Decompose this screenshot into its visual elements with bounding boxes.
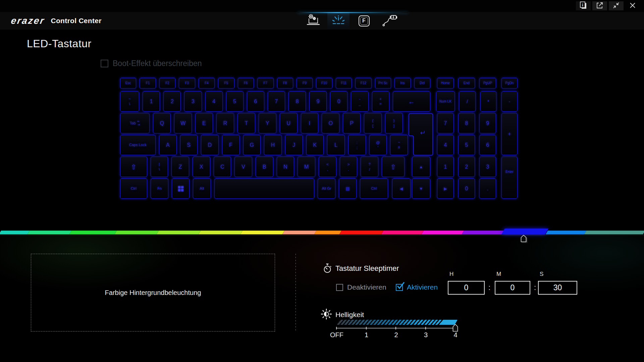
key-2: 2	[458, 157, 475, 177]
key-p: P	[343, 113, 361, 133]
key-r: R	[216, 113, 234, 133]
activate-checkbox[interactable]: Aktivieren	[396, 283, 438, 291]
key-: /	[459, 91, 476, 112]
key-: -	[501, 91, 518, 112]
f-key-icon: F	[359, 15, 370, 26]
key-7: 7	[437, 113, 454, 133]
deactivate-checkbox[interactable]: Deaktivieren	[336, 283, 386, 291]
popout-button[interactable]	[592, 1, 607, 10]
key-alt-gr: Alt Gr	[318, 178, 335, 199]
key-k: K	[306, 135, 324, 155]
brightness-tick-3[interactable]	[425, 327, 426, 329]
hours-label: H	[449, 271, 453, 278]
checkbox-label: Deaktivieren	[347, 283, 386, 291]
time-separator: :	[488, 283, 490, 292]
key-u: U	[280, 113, 298, 133]
key-7: 7	[268, 91, 285, 112]
brightness-slider-handle[interactable]	[452, 324, 458, 333]
color-segment-4[interactable]	[157, 231, 201, 234]
key-5: 5	[226, 91, 244, 112]
color-preview-panel: Farbige Hintergrundbeleuchtung	[31, 254, 275, 331]
brightness-bar[interactable]	[337, 320, 458, 325]
color-segment-11[interactable]	[422, 231, 464, 234]
brand: erazer Control Center	[11, 12, 102, 29]
key-: :;	[348, 135, 366, 155]
key-caps-lock: Caps Lock	[120, 135, 156, 155]
preview-label: Farbige Hintergrundbeleuchtung	[105, 289, 201, 297]
key-: +=	[372, 91, 389, 112]
main-nav: F	[300, 12, 402, 29]
tab-system-settings[interactable]	[302, 12, 324, 29]
key-i: I	[301, 113, 319, 133]
key-: ⇧	[382, 157, 405, 177]
power-cable-icon	[381, 14, 398, 28]
tab-function-keys[interactable]: F	[353, 12, 375, 29]
key-: ▼	[412, 178, 430, 199]
key-: ▶	[437, 178, 454, 199]
laptop-gears-icon	[305, 14, 321, 28]
key-: {[	[364, 113, 382, 133]
color-segment-8[interactable]	[314, 231, 341, 234]
key-ctrl: Ctrl	[120, 178, 147, 199]
color-segment-9[interactable]	[339, 231, 383, 234]
brightness-tick-2[interactable]	[395, 327, 396, 329]
key-ctrl: Ctrl	[360, 178, 388, 199]
section-divider	[296, 254, 296, 331]
seconds-label: S	[540, 271, 543, 278]
checkbox-box	[396, 284, 403, 291]
key-tab: Tab⇤⇥	[120, 113, 150, 133]
color-segment-14[interactable]	[546, 231, 586, 234]
color-segment-1[interactable]	[28, 231, 71, 234]
seconds-input[interactable]	[538, 281, 577, 295]
color-segment-7[interactable]	[282, 231, 316, 234]
key-: <,	[319, 157, 336, 177]
key-pgup: PgUP	[479, 78, 496, 88]
close-button[interactable]	[625, 1, 640, 10]
key-m: M	[298, 157, 315, 177]
color-segment-5[interactable]	[199, 231, 243, 234]
key-x: X	[193, 157, 210, 177]
checkbox-label: Aktivieren	[407, 283, 438, 291]
key-del: Del	[414, 78, 430, 88]
key-0: 0	[330, 91, 347, 112]
window-controls: i	[576, 1, 640, 10]
color-segment-10[interactable]	[381, 231, 424, 234]
key-w: W	[174, 113, 192, 133]
key-menu: ▤	[339, 178, 357, 199]
key-d: D	[201, 135, 219, 155]
key-ins: Ins	[394, 78, 411, 88]
key-l: L	[327, 135, 345, 155]
key-: ⇧	[120, 157, 147, 177]
color-segment-12[interactable]	[462, 231, 504, 234]
brightness-label-2: 2	[394, 331, 398, 339]
titlebar: i	[0, 0, 644, 12]
key-f12: F12	[355, 78, 371, 88]
collapse-icon	[612, 2, 620, 10]
brightness-tick-1[interactable]	[366, 327, 367, 329]
color-segment-2[interactable]	[69, 231, 117, 234]
color-segment-0[interactable]	[0, 231, 30, 234]
key-: -_	[351, 91, 368, 112]
key-f10: F10	[316, 78, 332, 88]
key-f7: F7	[257, 78, 273, 88]
hours-input[interactable]	[448, 281, 485, 295]
brightness-title: Helligkeit	[335, 311, 364, 319]
minutes-input[interactable]	[495, 281, 530, 295]
boot-effect-checkbox[interactable]: Boot-Effekt überschreiben	[101, 59, 202, 68]
color-segment-6[interactable]	[240, 231, 284, 234]
hue-slider-handle[interactable]	[521, 235, 527, 244]
collapse-button[interactable]	[609, 1, 624, 10]
key-: }]	[385, 113, 403, 133]
minutes-label: M	[496, 271, 501, 278]
color-hue-strip[interactable]	[0, 231, 644, 234]
key-alt: Alt	[193, 178, 211, 199]
screenshot-info-button[interactable]: i	[576, 1, 591, 10]
color-segment-15[interactable]	[584, 231, 644, 234]
color-segment-13-selected[interactable]	[501, 229, 548, 234]
key-f9: F9	[297, 78, 313, 88]
color-segment-3[interactable]	[115, 231, 159, 234]
brightness-tick-OFF[interactable]	[336, 327, 337, 329]
brightness-track[interactable]	[336, 328, 456, 328]
tab-power[interactable]	[378, 12, 400, 29]
tab-led-keyboard[interactable]	[327, 12, 350, 29]
